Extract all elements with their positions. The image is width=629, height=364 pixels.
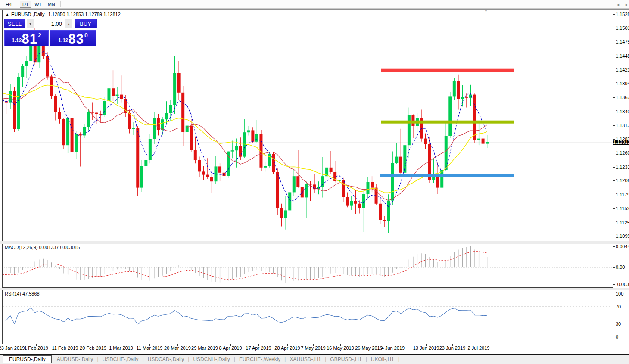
chart-tab-xauusd-h1[interactable]: XAUUSD-,H1: [286, 356, 325, 363]
date-axis-label: 8 Apr 2019: [219, 345, 242, 351]
axis-tick: [613, 223, 615, 223]
buy-price-sup: 0: [84, 32, 88, 39]
chart-tab-eurusd-daily[interactable]: EURUSD-,Daily: [3, 355, 52, 363]
axis-tick: [613, 70, 615, 70]
price-axis-label: 1.13405: [616, 109, 629, 114]
price-axis-label: 1.14750: [616, 39, 629, 44]
rsi-line: [3, 308, 487, 324]
macd-axis-label: 0.00: [616, 264, 625, 270]
date-axis-label: 11 Feb 2019: [52, 345, 78, 351]
rsi-axis-label: 30: [616, 321, 621, 327]
price-axis-label: 1.11525: [616, 206, 629, 211]
toolbar-separator: [60, 1, 61, 7]
resistance-line: [381, 69, 514, 72]
axis-tick: [613, 42, 615, 42]
mt4-chart-window: H4D1W1MN ▲EURUSD-,Daily1.12850 1.12853 1…: [0, 0, 629, 364]
axis-tick: [613, 125, 615, 126]
axis-tick: [613, 180, 615, 181]
price-axis-label: 1.12065: [616, 178, 629, 183]
date-axis-label: 16 May 2019: [327, 345, 354, 351]
chart-tab-eurchf-weekly[interactable]: EURCHF-,Weekly: [235, 356, 284, 363]
price-axis-label: 1.12600: [616, 150, 629, 156]
macd-axis-label: 0.004465: [616, 244, 629, 249]
axis-tick: [613, 236, 615, 236]
macd-canvas[interactable]: [3, 244, 612, 287]
price-axis-label: 1.12330: [616, 165, 629, 170]
symbol-period-label: EURUSD-,Daily: [11, 12, 45, 17]
date-axis-label: 2 Jul 2019: [468, 345, 490, 351]
tabs-scroll-right-icon[interactable]: ►: [625, 3, 629, 7]
price-axis-label: 1.14210: [616, 67, 629, 72]
axis-tick: [613, 167, 615, 168]
chart-tab-ukoil-h1[interactable]: UKOil-,H1: [367, 356, 398, 363]
date-axis-label: 28 Apr 2019: [274, 345, 300, 351]
up-triangle-icon: ▲: [6, 12, 9, 16]
sell-price-prefix: 1.12: [12, 37, 22, 44]
price-axis-label: 1.13135: [616, 123, 629, 128]
volume-decrease-button[interactable]: ▼: [27, 19, 34, 28]
window-edge: [0, 9, 629, 10]
timeframe-button-mn[interactable]: MN: [45, 1, 58, 8]
date-axis-label: 1 Feb 2019: [24, 345, 48, 351]
rsi-canvas[interactable]: [3, 291, 612, 343]
buy-button[interactable]: BUY: [75, 19, 97, 28]
ohlc-quotes: 1.12850 1.12853 1.12789 1.12812: [48, 12, 121, 17]
axis-tick: [613, 337, 615, 337]
price-axis-label: 1.14480: [616, 53, 629, 59]
date-axis-label: 20 Feb 2019: [80, 345, 106, 351]
timeframe-button-d1[interactable]: D1: [20, 1, 31, 8]
chart-tab-audusd-daily[interactable]: AUDUSD-,Daily: [53, 356, 97, 363]
axis-tick: [613, 294, 615, 294]
rsi-axis-label: 0: [616, 334, 618, 339]
pane-collapse-icon[interactable]: ▼: [484, 9, 488, 13]
date-axis-label: 11 Mar 2019: [137, 345, 163, 351]
price-axis-label: 1.11255: [616, 220, 629, 225]
support-line: [380, 174, 514, 177]
axis-tick: [613, 84, 615, 84]
rsi-axis-label: 70: [616, 304, 621, 309]
timeframe-button-w1[interactable]: W1: [32, 1, 44, 8]
chart-tab-usdcnh-daily[interactable]: USDCNH-,Daily: [189, 356, 234, 363]
price-axis-label: 1.13945: [616, 81, 629, 86]
axis-tick: [613, 153, 615, 153]
price-axis-label: 1.15015: [616, 25, 629, 31]
buy-price-display[interactable]: 1.12830: [50, 30, 96, 46]
axis-tick: [613, 267, 615, 268]
tab-separator: |: [398, 356, 399, 362]
axis-tick: [613, 284, 615, 285]
chart-tab-usdchf-daily[interactable]: USDCHF-,Daily: [99, 356, 143, 363]
timeframe-button-h4[interactable]: H4: [3, 1, 14, 8]
chart-tab-usdcad-daily[interactable]: USDCAD-,Daily: [144, 356, 188, 363]
buy-price-big: 83: [69, 33, 84, 45]
volume-input[interactable]: [34, 19, 65, 28]
macd-signal-line: [3, 252, 487, 280]
axis-tick: [613, 324, 615, 324]
axis-tick: [613, 112, 615, 112]
price-scale[interactable]: 1.152851.150151.147501.144801.142101.139…: [613, 10, 629, 344]
toolbar-separator: [17, 1, 17, 7]
sell-button[interactable]: SELL: [4, 19, 25, 28]
pane-splitter[interactable]: [0, 241, 629, 244]
axis-tick: [613, 208, 615, 209]
date-axis-label: 1 Mar 2019: [109, 345, 133, 351]
date-axis-label: 26 May 2019: [355, 345, 383, 351]
tabs-scroll-left-icon[interactable]: ◄: [616, 3, 620, 7]
volume-increase-button[interactable]: ▲: [65, 19, 72, 28]
chart-tab-gbpusd-h1[interactable]: GBPUSD-,H1: [326, 356, 365, 363]
sell-price-display[interactable]: 1.12812: [4, 30, 49, 46]
current-price-badge: 1.12812: [613, 140, 629, 145]
timeframe-toolbar: H4D1W1MN: [0, 0, 629, 9]
sell-price-sup: 2: [38, 32, 41, 39]
date-axis-label: 20 Mar 2019: [164, 345, 191, 351]
price-axis-label: 1.10990: [616, 233, 629, 239]
rsi-indicator-label: RSI(14) 47.5868: [5, 291, 40, 296]
date-axis-label: 4 Jun 2019: [381, 345, 405, 351]
pane-splitter[interactable]: [0, 288, 629, 290]
macd-histogram: [3, 246, 487, 283]
chart-tab-bar: EURUSD-,DailyAUDUSD-,Daily|USDCHF-,Daily…: [0, 355, 629, 364]
price-axis-label: 1.11795: [616, 192, 629, 197]
sell-price-big: 81: [22, 33, 37, 45]
buy-price-prefix: 1.12: [58, 37, 68, 44]
date-axis-label: 13 Jun 2019: [413, 345, 439, 351]
date-axis-label: 23 Jun 2019: [439, 345, 466, 351]
